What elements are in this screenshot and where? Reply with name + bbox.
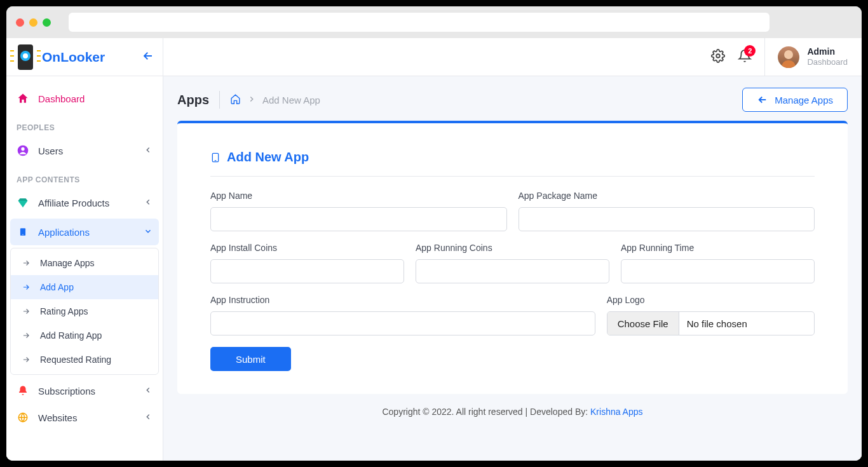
globe-icon <box>17 411 29 424</box>
main-area: 2 Admin Dashboard Apps <box>163 38 862 461</box>
svg-point-3 <box>22 234 23 234</box>
sidebar-item-label: Websites <box>38 412 135 423</box>
field-app-name: App Name <box>210 191 507 231</box>
sidebar-item-affiliate[interactable]: Affiliate Products <box>6 189 163 216</box>
notifications-button[interactable]: 2 <box>738 49 752 65</box>
app-body: OnLooker Dashboard PEOPLES Use <box>6 38 862 461</box>
form-row: App Instruction App Logo Choose File No … <box>210 295 815 335</box>
sidebar-item-label: Applications <box>38 227 135 238</box>
choose-file-button[interactable]: Choose File <box>607 312 679 335</box>
field-logo: App Logo Choose File No file chosen <box>607 295 815 335</box>
notification-badge: 2 <box>744 45 756 57</box>
breadcrumb-home-icon[interactable] <box>230 93 241 106</box>
sidebar: OnLooker Dashboard PEOPLES Use <box>6 38 163 461</box>
topbar: 2 Admin Dashboard <box>163 38 862 76</box>
brand-name: OnLooker <box>42 50 105 65</box>
user-role: Dashboard <box>807 57 848 67</box>
svg-point-5 <box>717 54 721 58</box>
sidebar-item-dashboard[interactable]: Dashboard <box>6 85 163 112</box>
field-instruction: App Instruction <box>210 295 595 335</box>
input-app-name[interactable] <box>210 207 507 231</box>
settings-button[interactable] <box>711 49 725 65</box>
field-running-time: App Running Time <box>621 243 815 283</box>
field-install-coins: App Install Coins <box>210 243 404 283</box>
chevron-left-icon <box>144 146 153 156</box>
sidebar-item-users[interactable]: Users <box>6 137 163 164</box>
chevron-left-icon <box>144 386 153 396</box>
input-install-coins[interactable] <box>210 259 404 283</box>
home-icon <box>17 92 29 105</box>
logo-icon <box>15 43 36 72</box>
field-running-coins: App Running Coins <box>416 243 609 283</box>
submenu-label: Add Rating App <box>40 330 102 341</box>
footer: Copyright © 2022. All right reserved | D… <box>177 394 848 421</box>
minimize-window-icon[interactable] <box>29 18 37 27</box>
user-menu[interactable]: Admin Dashboard <box>764 38 848 76</box>
footer-link[interactable]: Krishna Apps <box>590 407 643 417</box>
label-running-coins: App Running Coins <box>416 243 609 253</box>
divider <box>219 91 220 109</box>
submenu-add-app[interactable]: Add App <box>11 275 158 299</box>
label-logo: App Logo <box>607 295 815 305</box>
submenu-rating-apps[interactable]: Rating Apps <box>11 299 158 323</box>
submit-button[interactable]: Submit <box>210 347 291 371</box>
submenu-label: Manage Apps <box>40 258 95 268</box>
label-instruction: App Instruction <box>210 295 595 305</box>
breadcrumb: Add New App <box>230 93 320 106</box>
bell-icon <box>17 384 29 397</box>
app-window: OnLooker Dashboard PEOPLES Use <box>6 6 862 461</box>
label-app-package: App Package Name <box>519 191 815 201</box>
footer-copyright: Copyright © 2022. All right reserved | D… <box>382 407 590 417</box>
manage-apps-button[interactable]: Manage Apps <box>742 88 848 112</box>
arrow-left-icon <box>757 94 768 105</box>
file-status-text: No file chosen <box>679 312 755 335</box>
input-instruction[interactable] <box>210 311 595 335</box>
close-window-icon[interactable] <box>16 18 24 27</box>
sidebar-item-applications[interactable]: Applications <box>10 219 159 245</box>
submenu-requested-rating[interactable]: Requested Rating <box>11 348 158 372</box>
sidebar-section-peoples: PEOPLES <box>6 112 163 137</box>
chevron-down-icon <box>144 227 153 238</box>
svg-point-1 <box>21 147 24 151</box>
avatar <box>778 46 799 68</box>
browser-titlebar <box>6 6 862 38</box>
card-title-text: Add New App <box>227 150 309 165</box>
chevron-left-icon <box>144 198 153 208</box>
phone-outline-icon <box>210 151 220 165</box>
arrow-right-icon <box>20 281 32 294</box>
diamond-icon <box>17 196 29 209</box>
url-bar[interactable] <box>69 13 770 32</box>
label-install-coins: App Install Coins <box>210 243 404 253</box>
submenu-add-rating-app[interactable]: Add Rating App <box>11 323 158 348</box>
label-running-time: App Running Time <box>621 243 815 253</box>
submenu-label: Requested Rating <box>40 355 111 365</box>
chevron-right-icon <box>247 95 256 105</box>
submenu-manage-apps[interactable]: Manage Apps <box>11 251 158 275</box>
sidebar-item-subscriptions[interactable]: Subscriptions <box>6 377 163 404</box>
chevron-left-icon <box>144 412 153 423</box>
arrow-right-icon <box>20 329 32 342</box>
input-running-time[interactable] <box>621 259 815 283</box>
user-name: Admin <box>807 46 848 57</box>
sidebar-item-label: Subscriptions <box>38 386 135 396</box>
form-card: Add New App App Name App Package Name <box>177 121 848 394</box>
file-input-wrap[interactable]: Choose File No file chosen <box>607 311 815 335</box>
submenu-label: Rating Apps <box>40 306 88 316</box>
sidebar-item-websites[interactable]: Websites <box>6 404 163 431</box>
breadcrumb-current: Add New App <box>262 95 320 105</box>
content-area: Apps Add New App Manage Apps <box>163 76 862 461</box>
card-title: Add New App <box>210 150 815 177</box>
user-icon <box>17 144 29 157</box>
form-row: App Name App Package Name <box>210 191 815 231</box>
input-app-package[interactable] <box>519 207 815 231</box>
page-title: Apps <box>177 93 209 107</box>
maximize-window-icon[interactable] <box>43 18 51 27</box>
input-running-coins[interactable] <box>416 259 609 283</box>
form-row: App Install Coins App Running Coins App … <box>210 243 815 283</box>
user-text: Admin Dashboard <box>807 46 848 67</box>
arrow-right-icon <box>20 257 32 269</box>
sidebar-item-label: Affiliate Products <box>38 198 135 208</box>
button-label: Manage Apps <box>775 95 833 105</box>
sidebar-collapse-button[interactable] <box>142 50 154 64</box>
phone-icon <box>17 226 29 238</box>
